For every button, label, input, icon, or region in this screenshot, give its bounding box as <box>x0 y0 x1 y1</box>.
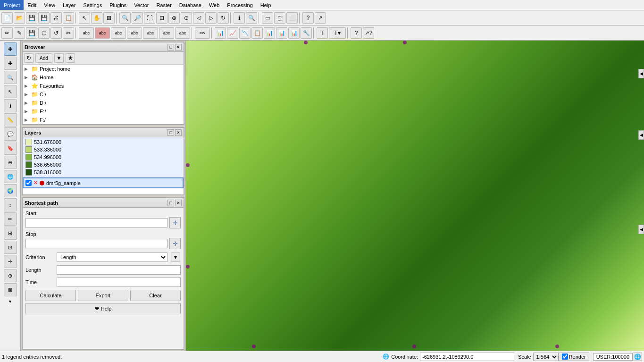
menu-view[interactable]: View <box>40 0 59 10</box>
browser-item-e[interactable]: ▶ 📁 E:/ <box>23 107 184 116</box>
expand-tools[interactable]: ▼ <box>8 299 12 304</box>
browser-close-btn[interactable]: ✕ <box>175 44 182 51</box>
zoom-out-button[interactable]: 🔎 <box>132 12 143 24</box>
browser-item-home[interactable]: ▶ 🏠 Home <box>23 73 184 82</box>
calculate-button[interactable]: Calculate <box>25 290 76 301</box>
time-input[interactable] <box>57 278 181 287</box>
zoom-layer-button[interactable]: ⊡ <box>156 12 167 24</box>
select-rect-button[interactable]: ▭ <box>262 12 273 24</box>
zoom-native-button[interactable]: ⊙ <box>181 12 192 24</box>
layers-restore-btn[interactable]: □ <box>167 129 174 136</box>
label-abc1[interactable]: abc <box>79 27 94 39</box>
open-button[interactable]: 📂 <box>14 12 25 24</box>
label-abc6[interactable]: abc <box>159 27 174 39</box>
shortest-path-restore-btn[interactable]: □ <box>167 200 174 206</box>
stop-input[interactable] <box>25 239 167 248</box>
menu-web[interactable]: Web <box>205 0 223 10</box>
draw2-btn[interactable]: ✎ <box>14 27 25 39</box>
browser-filter-btn[interactable]: ▼ <box>54 53 64 63</box>
export-button[interactable]: Export <box>78 290 128 301</box>
identify-button[interactable]: ℹ <box>234 12 245 24</box>
help-button[interactable]: ❤ Help <box>25 303 181 314</box>
browser-refresh-btn[interactable]: ↻ <box>24 53 33 63</box>
chart2-btn[interactable]: 📈 <box>227 27 238 39</box>
grid-tool[interactable]: ⊡ <box>4 241 17 254</box>
cut-btn[interactable]: ✂ <box>63 27 74 39</box>
chart7-btn[interactable]: 📊 <box>288 27 300 39</box>
save-as-button[interactable]: 💾 <box>38 12 50 24</box>
globe2-tool[interactable]: 🌍 <box>4 184 17 197</box>
pan-map-tool[interactable]: ✚ <box>4 57 17 70</box>
zoom-full-button[interactable]: ⛶ <box>144 12 155 24</box>
chart6-btn[interactable]: 📊 <box>276 27 287 39</box>
zoom-tool[interactable]: 🔍 <box>4 71 17 84</box>
chart8-btn[interactable]: 🔧 <box>301 27 312 39</box>
pan-tool-button[interactable]: ✋ <box>91 12 102 24</box>
layer-row[interactable]: ✕ dmr5g_sample <box>23 177 184 188</box>
digitize-tool[interactable]: ✚ <box>4 42 17 56</box>
map-area[interactable]: ◀ ◀ ◀ <box>186 41 644 351</box>
save-button[interactable]: 💾 <box>26 12 37 24</box>
shortest-path-close-btn[interactable]: ✕ <box>175 200 182 206</box>
measure-tool[interactable]: 📏 <box>4 113 17 126</box>
map-edge-arrow-mid2[interactable]: ◀ <box>638 225 644 234</box>
start-input[interactable] <box>25 218 167 227</box>
menu-raster[interactable]: Raster <box>152 0 175 10</box>
refresh-button[interactable]: ↻ <box>217 12 229 24</box>
chart3-btn[interactable]: 📉 <box>239 27 251 39</box>
label-abc3[interactable]: abc <box>111 27 126 39</box>
layer-selected-row[interactable]: 531.676000 533.336000 534.996000 536.656… <box>23 137 184 177</box>
menu-help[interactable]: Help <box>257 0 275 10</box>
pointer-button[interactable]: ↗ <box>315 12 326 24</box>
browser-item-d[interactable]: ▶ 📁 D:/ <box>23 99 184 107</box>
csv-btn[interactable]: csv <box>195 27 210 39</box>
coordinate-input[interactable] <box>420 353 514 361</box>
arrow-tool[interactable]: ↕ <box>4 198 17 211</box>
menu-database[interactable]: Database <box>176 0 205 10</box>
rotate-btn[interactable]: ↺ <box>50 27 62 39</box>
text2-btn[interactable]: T▾ <box>329 27 346 39</box>
mosaic-button[interactable]: ⊞ <box>103 12 115 24</box>
edit-pts-btn[interactable]: ⬡ <box>38 27 50 39</box>
browser-add-btn[interactable]: Add <box>35 53 52 63</box>
menu-processing[interactable]: Processing <box>223 0 256 10</box>
length-input[interactable] <box>57 265 181 275</box>
menu-edit[interactable]: Edit <box>24 0 40 10</box>
nav-tool[interactable]: ⊕ <box>4 269 17 282</box>
zoom-last-button[interactable]: ◁ <box>193 12 204 24</box>
browser-item-c[interactable]: ▶ 📁 C:/ <box>23 90 184 99</box>
snap2-tool[interactable]: ⊠ <box>4 283 17 296</box>
select-value-button[interactable]: ⬚ <box>274 12 285 24</box>
layer-visible-checkbox[interactable] <box>25 180 32 186</box>
bookmark-tool[interactable]: 🔖 <box>4 142 17 155</box>
criterion-dropdown-btn[interactable]: ▾ <box>171 253 180 262</box>
menu-vector[interactable]: Vector <box>130 0 152 10</box>
label-abc4[interactable]: abc <box>127 27 142 39</box>
scale-select[interactable]: 1:564 <box>533 353 559 361</box>
save-edit-btn[interactable]: 💾 <box>26 27 37 39</box>
chart1-btn[interactable]: 📊 <box>215 27 226 39</box>
globe-tool[interactable]: 🌐 <box>4 170 17 183</box>
select-tool-button[interactable]: ↖ <box>79 12 90 24</box>
draw-btn[interactable]: ✏ <box>1 27 13 39</box>
tool-help-btn[interactable]: ? <box>351 27 362 39</box>
browser-item-project-home[interactable]: ▶ 📁 Project home <box>23 65 184 73</box>
info-tool[interactable]: ℹ <box>4 99 17 112</box>
help-button[interactable]: ? <box>302 12 314 24</box>
zoom-next-button[interactable]: ▷ <box>205 12 217 24</box>
chart4-btn[interactable]: 📋 <box>251 27 263 39</box>
layers-close-btn[interactable]: ✕ <box>175 129 182 136</box>
start-pin-btn[interactable]: ✛ <box>169 217 181 228</box>
chart5-btn[interactable]: 📊 <box>264 27 275 39</box>
browser-restore-btn[interactable]: □ <box>167 44 174 51</box>
tool-pointer-btn[interactable]: ↗? <box>363 27 374 39</box>
zoom-in-button[interactable]: 🔍 <box>119 12 131 24</box>
map-edge-arrow-top[interactable]: ◀ <box>638 69 644 78</box>
zoom-selection-button[interactable]: ⊕ <box>168 12 180 24</box>
criterion-select[interactable]: Length Time <box>57 253 167 262</box>
menu-settings[interactable]: Settings <box>79 0 106 10</box>
menu-project[interactable]: Project <box>0 0 24 10</box>
print-button[interactable]: 🖨 <box>50 12 62 24</box>
edit-tool[interactable]: ✏ <box>4 212 17 226</box>
render-checkbox[interactable] <box>562 354 568 360</box>
